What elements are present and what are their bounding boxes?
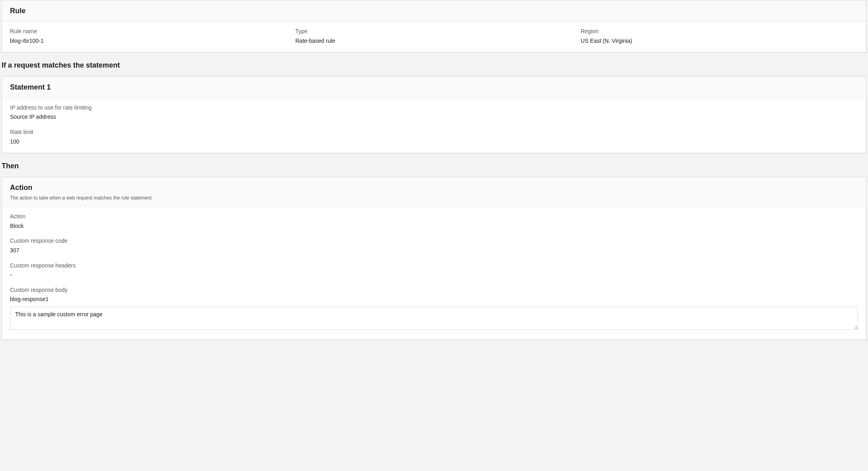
- rule-panel-body: Rule name blog-rbr100-1 Type Rate-based …: [2, 22, 866, 52]
- statement-panel: Statement 1 IP address to use for rate l…: [2, 76, 866, 154]
- rule-panel-header: Rule: [2, 0, 866, 22]
- action-code-label: Custom response code: [10, 237, 858, 245]
- action-header-title: Action: [10, 183, 858, 193]
- action-code-field: Custom response code 307: [10, 237, 858, 254]
- action-panel-body: Action Block Custom response code 307 Cu…: [2, 207, 866, 339]
- action-action-value: Block: [10, 222, 858, 230]
- rule-name-value: blog-rbr100-1: [10, 37, 287, 45]
- condition-section-title: If a request matches the statement: [2, 60, 868, 70]
- statement-rate-value: 100: [10, 138, 858, 146]
- action-headers-value: -: [10, 271, 858, 279]
- action-body-field: Custom response body blog-response1: [10, 286, 858, 332]
- action-description: The action to take when a web request ma…: [10, 195, 858, 202]
- statement-rate-field: Rate limit 100: [10, 128, 858, 146]
- statement-rate-label: Rate limit: [10, 128, 858, 136]
- statement-panel-header: Statement 1: [2, 77, 866, 98]
- action-code-value: 307: [10, 247, 858, 255]
- rule-type-value: Rate-based rule: [295, 37, 573, 45]
- rule-type-label: Type: [295, 28, 573, 36]
- rule-region-value: US East (N. Virginia): [581, 37, 858, 45]
- rule-name-field: Rule name blog-rbr100-1: [10, 28, 287, 45]
- action-panel-header: Action The action to take when a web req…: [2, 177, 866, 207]
- action-body-label: Custom response body: [10, 286, 858, 294]
- rule-region-field: Region US East (N. Virginia): [581, 28, 858, 45]
- action-body-value: blog-response1: [10, 295, 858, 303]
- rule-region-label: Region: [581, 28, 858, 36]
- statement-ip-value: Source IP address: [10, 113, 858, 121]
- action-body-content-textarea[interactable]: [10, 307, 858, 330]
- action-headers-label: Custom response headers: [10, 262, 858, 270]
- rule-header-title: Rule: [10, 6, 858, 16]
- rule-panel: Rule Rule name blog-rbr100-1 Type Rate-b…: [2, 0, 866, 52]
- rule-name-label: Rule name: [10, 28, 287, 36]
- action-headers-field: Custom response headers -: [10, 262, 858, 279]
- statement-header-title: Statement 1: [10, 82, 858, 92]
- rule-type-field: Type Rate-based rule: [295, 28, 573, 45]
- then-section-title: Then: [2, 161, 868, 171]
- action-panel: Action The action to take when a web req…: [2, 177, 866, 339]
- statement-ip-field: IP address to use for rate limiting Sour…: [10, 104, 858, 121]
- action-action-field: Action Block: [10, 213, 858, 230]
- statement-panel-body: IP address to use for rate limiting Sour…: [2, 98, 866, 153]
- statement-ip-label: IP address to use for rate limiting: [10, 104, 858, 112]
- action-action-label: Action: [10, 213, 858, 221]
